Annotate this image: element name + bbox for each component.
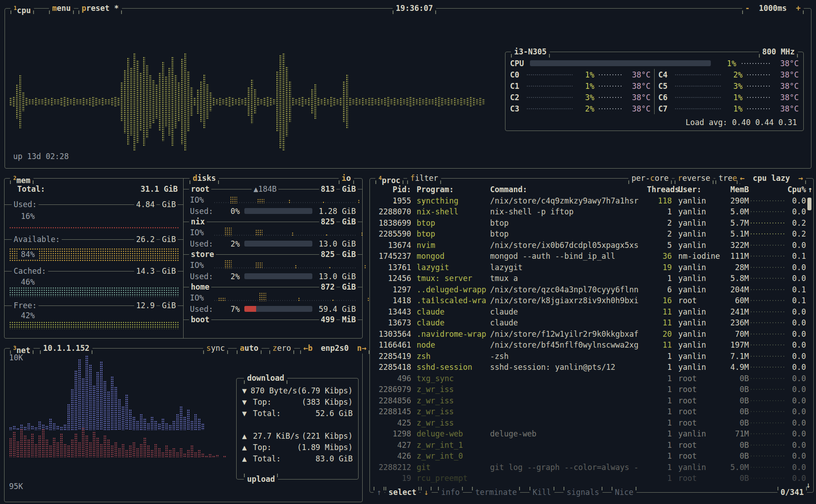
interval-increase-button[interactable]: +	[796, 4, 801, 13]
uptime: up 13d 02:28	[13, 152, 69, 161]
proc-action-kill[interactable]: Kill	[529, 487, 554, 498]
interval-decrease-button[interactable]: -	[745, 4, 750, 13]
process-row[interactable]: 13443claudeclaude11yanlin241M0.0	[370, 306, 813, 318]
proc-action-terminate[interactable]: terminate	[472, 487, 520, 498]
disk-used-row: Used:2%13.0 GiB	[184, 271, 362, 282]
iface-name: enp2s0	[317, 344, 352, 353]
disk-row: root▲184B813GiB	[184, 184, 362, 194]
net-stat-row: ▼870 Byte/s(6.79 Kibps)	[237, 385, 358, 396]
per-core-toggle[interactable]: per-core	[628, 173, 672, 184]
process-row[interactable]: 1298deluge-webdeluge-web1yanlin71M0.0	[370, 428, 813, 440]
process-list: 1955syncthing/nix/store/c4q9zmkzy9awy7h7…	[370, 195, 813, 484]
process-row[interactable]: 13674nvim/nix/store/ix0b67dcdpl05xpagx5x…	[370, 240, 813, 251]
cpu-total-minigraph	[741, 63, 770, 64]
col-threads[interactable]: Threads:	[647, 184, 672, 195]
process-row[interactable]: 2285419zsh-zsh1yanlin7.1M0.0	[370, 351, 813, 362]
process-row[interactable]: 496txg_sync1root0B0.0	[370, 373, 813, 384]
process-row[interactable]: 2284856z_wr_iss1root0B0.0	[370, 395, 813, 407]
mem-percent: 16%	[5, 211, 183, 221]
iface-next-button[interactable]: n→	[357, 344, 366, 353]
cpu-frequency: 800 MHz	[759, 47, 798, 57]
col-command[interactable]: Command:	[488, 184, 647, 195]
mem-free-graph	[9, 321, 179, 329]
proc-box-title[interactable]: 4proc	[375, 173, 403, 184]
process-row[interactable]: 425z_wr_iss1root0B0.0	[370, 417, 813, 429]
net-stat-row: ▲Top:(1.89 Mibps)	[237, 441, 358, 453]
select-down-icon[interactable]: ↓	[421, 487, 432, 498]
process-row[interactable]: 12456tmux: servertmux a1yanlin5.8M0.0	[370, 273, 813, 284]
process-row[interactable]: 2286979z_wr_iss1root0B0.0	[370, 384, 813, 395]
process-row[interactable]: 1303564.navidrome-wrap/nix/store/f12w1yi…	[370, 329, 813, 340]
col-user[interactable]: User:	[672, 184, 722, 195]
process-row[interactable]: 2285590btopbtop2yanlin5.1M0.2	[370, 228, 813, 240]
sort-next-button[interactable]: →	[798, 174, 803, 183]
process-row[interactable]: 19rcu_preempt1root0B0.0	[370, 473, 813, 484]
sort-arrow-icon: ↑	[806, 184, 814, 195]
sort-column-name: cpu lazy	[749, 174, 794, 183]
cpu-core-row: C53%38°C	[655, 80, 799, 92]
process-row[interactable]: 1418.tailscaled-wra/nix/store/k8jgiaxrz8…	[370, 295, 813, 306]
process-row[interactable]: 2288070nix-shellnix-shell -p iftop1yanli…	[370, 206, 813, 218]
cpu-core-row: C42%38°C	[655, 69, 799, 80]
col-program[interactable]: Program:	[411, 184, 488, 195]
filter-button[interactable]: filter	[407, 173, 441, 184]
cpu-total-percent: 1%	[718, 59, 736, 68]
mem-cached-graph	[9, 287, 179, 297]
iface-prev-button[interactable]: ←b	[303, 344, 312, 353]
col-mem[interactable]: MemB	[722, 184, 749, 195]
proc-action-signals[interactable]: signals	[563, 487, 602, 498]
sort-prev-button[interactable]: ←	[740, 174, 744, 183]
proc-action-nice[interactable]: Nice	[612, 487, 636, 498]
io-toggle[interactable]: io	[339, 173, 355, 184]
process-row[interactable]: 2285418sshd-sessionsshd-session: yanlin@…	[370, 362, 813, 373]
process-row[interactable]: 13761lazygitlazygit19yanlin28M0.0	[370, 262, 813, 273]
net-box-title[interactable]: 3net	[10, 343, 34, 354]
disks-pane: root▲184B813GiBIO%Used:0%1.28 GiBnix825G…	[183, 179, 362, 338]
scrollbar-thumb[interactable]	[807, 198, 811, 210]
reverse-toggle[interactable]: reverse	[675, 173, 714, 184]
net-interface-switcher: ←b enp2s0 n→	[300, 343, 369, 354]
preset-button[interactable]: preset *	[78, 3, 122, 14]
process-row[interactable]: 2288212gitgit log --graph --color=always…	[370, 462, 813, 473]
cpu-info-box: i3-N305 800 MHz CPU 1% 38°C C01%38°CC42%…	[505, 52, 804, 131]
disk-row: boot499MiB	[184, 315, 362, 325]
net-stat-row: ▲27.7 KiB/s(221 Kibps)	[237, 430, 358, 441]
net-box: 3net 10.1.1.152 sync auto zero ←b enp2s0…	[4, 348, 363, 502]
mem-pane: Total:31.1 GiBUsed:4.84GiB16%Available:2…	[5, 179, 183, 338]
process-row[interactable]: 427z_wr_int_11root0B0.0	[370, 440, 813, 451]
cpu-box: 1cpu menu preset * 19:36:07 - 1000ms + u…	[5, 8, 811, 169]
col-cpu[interactable]: Cpu%	[785, 184, 806, 195]
menu-button[interactable]: menu	[49, 3, 74, 14]
select-up-icon[interactable]: ↑	[374, 487, 384, 498]
net-stat-row: ▼Total:52.6 GiB	[237, 407, 358, 419]
process-row[interactable]: 426z_wr_int_01root0B0.0	[370, 451, 813, 462]
process-row[interactable]: 2288145z_wr_iss1root0B0.0	[370, 406, 813, 417]
interval-value: 1000ms	[754, 4, 791, 13]
disk-row: home872GiB	[184, 282, 362, 292]
net-stat-row: ▲Total:83.0 GiB	[237, 453, 358, 464]
mem-stat-row: Available:26.2GiB	[5, 234, 183, 244]
cpu-box-title[interactable]: 1cpu	[10, 3, 34, 14]
proc-action-info[interactable]: info	[438, 487, 463, 498]
process-row[interactable]: 1745237mongodmongod --auth --bind_ip_all…	[370, 251, 813, 262]
clock: 19:36:07	[393, 3, 436, 14]
net-stat-row: ▼Top:(383 Kibps)	[237, 396, 358, 407]
disk-io-row: IO%	[184, 259, 362, 271]
mem-stat-row: Cached:14.3GiB	[5, 266, 183, 276]
cpu-model: i3-N305	[511, 47, 550, 57]
mem-box-title[interactable]: 2mem	[10, 173, 34, 184]
process-row[interactable]: 13673claudeclaude11yanlin236M0.0	[370, 317, 813, 329]
net-auto-button[interactable]: auto	[237, 343, 262, 354]
mem-percent: 42%	[5, 310, 183, 320]
net-sync-button[interactable]: sync	[203, 343, 228, 354]
cpu-core-row: C11%38°C	[510, 80, 655, 92]
process-row[interactable]: 1166461node/nix/store/bf45nflf0wylnscwwa…	[370, 339, 813, 351]
net-zero-button[interactable]: zero	[269, 343, 294, 354]
col-pid[interactable]: Pid:	[373, 184, 411, 195]
download-title: download	[244, 373, 287, 383]
mem-total-row: Total:31.1 GiB	[5, 184, 183, 194]
process-row[interactable]: 1297..deluged-wrapp/nix/store/qzc04a3npl…	[370, 284, 813, 296]
disks-toggle[interactable]: disks	[189, 173, 219, 184]
process-row[interactable]: 1955syncthing/nix/store/c4q9zmkzy9awy7h7…	[370, 195, 813, 207]
process-row[interactable]: 1838699btopbtop2yanlin5.7M0.2	[370, 218, 813, 229]
